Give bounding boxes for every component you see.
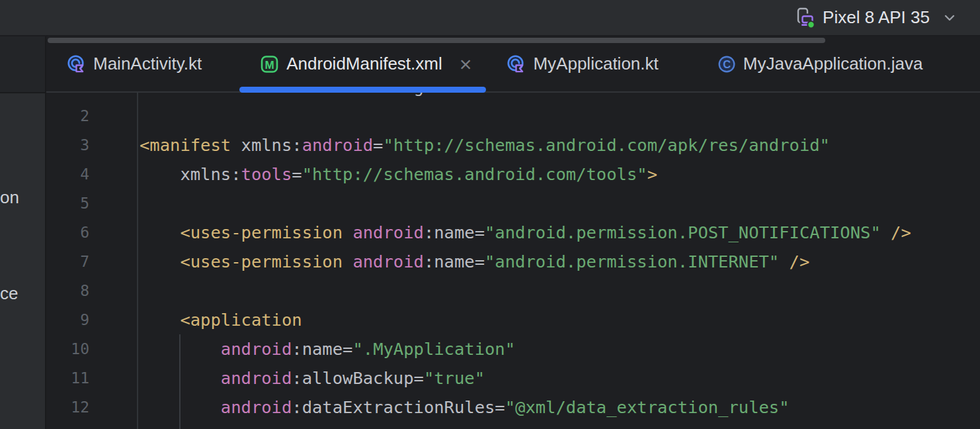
main-toolbar: Pixel 8 API 35 bbox=[0, 0, 980, 36]
code-text: <uses-permission android:name="android.p… bbox=[140, 218, 980, 247]
code-text bbox=[140, 189, 980, 218]
code-text: <?xml version="1.0" encoding="utf-8"?> bbox=[140, 93, 980, 101]
svg-text:C: C bbox=[723, 58, 731, 70]
code-line[interactable]: 13 android:fullBackupContent="@xml/backu… bbox=[46, 422, 980, 429]
kotlin-class-icon bbox=[67, 54, 87, 74]
code-line[interactable]: 8 bbox=[46, 276, 980, 305]
clipped-panel-text: on bbox=[0, 187, 19, 208]
code-scroll-area: 1<?xml version="1.0" encoding="utf-8"?>2… bbox=[46, 93, 980, 429]
svg-text:M: M bbox=[265, 58, 274, 71]
code-text: android:dataExtractionRules="@xml/data_e… bbox=[140, 393, 980, 422]
code-line[interactable]: 4 xmlns:tools="http://schemas.android.co… bbox=[46, 160, 980, 189]
line-number[interactable]: 9 bbox=[46, 305, 89, 334]
tab-close-icon[interactable]: × bbox=[460, 58, 472, 71]
ide-window: Pixel 8 API 35 on ce MainActivity.kt bbox=[0, 0, 980, 429]
line-number[interactable]: 8 bbox=[46, 276, 89, 305]
line-number[interactable]: 1 bbox=[46, 93, 89, 101]
device-selector-label: Pixel 8 API 35 bbox=[823, 7, 930, 28]
line-number[interactable]: 3 bbox=[46, 130, 89, 160]
code-line[interactable]: 7 <uses-permission android:name="android… bbox=[46, 247, 980, 276]
code-text: android:name=".MyApplication" bbox=[140, 334, 980, 363]
tab-label: MainActivity.kt bbox=[93, 54, 202, 74]
code-text: xmlns:tools="http://schemas.android.com/… bbox=[140, 160, 980, 189]
android-manifest-icon: M bbox=[260, 54, 280, 74]
code-line[interactable]: 1<?xml version="1.0" encoding="utf-8"?> bbox=[46, 93, 980, 101]
code-line[interactable]: 10 android:name=".MyApplication" bbox=[46, 334, 980, 363]
editor-tab-bar: MainActivity.kt M AndroidManifest.xml × … bbox=[46, 36, 980, 93]
device-selector-button[interactable]: Pixel 8 API 35 bbox=[794, 7, 958, 29]
line-number[interactable]: 13 bbox=[46, 422, 89, 429]
code-line[interactable]: 9 <application bbox=[46, 305, 980, 334]
tab-mainactivity-kt[interactable]: MainActivity.kt bbox=[46, 36, 239, 91]
indent-guide bbox=[179, 334, 181, 429]
line-number[interactable]: 12 bbox=[46, 393, 89, 422]
code-line[interactable]: 5 bbox=[46, 189, 980, 218]
tab-label: AndroidManifest.xml bbox=[286, 54, 442, 74]
line-number[interactable]: 6 bbox=[46, 218, 89, 247]
line-number[interactable]: 10 bbox=[46, 334, 89, 363]
chevron-down-icon bbox=[942, 10, 958, 26]
tab-myapplication-kt[interactable]: MyApplication.kt bbox=[486, 36, 696, 91]
code-line[interactable]: 3<manifest xmlns:android="http://schemas… bbox=[46, 130, 980, 160]
left-toolwindow-body: on ce bbox=[0, 93, 45, 429]
code-text: <application bbox=[140, 305, 980, 334]
code-text: android:allowBackup="true" bbox=[140, 363, 980, 393]
code-text: android:fullBackupContent="@xml/backup_r… bbox=[140, 422, 980, 429]
active-tab-underline bbox=[239, 87, 486, 93]
java-class-icon: C bbox=[717, 54, 737, 74]
line-number[interactable]: 2 bbox=[46, 101, 89, 130]
kotlin-class-icon bbox=[507, 54, 526, 74]
device-phone-icon bbox=[794, 7, 816, 29]
code-line[interactable]: 2 bbox=[46, 101, 980, 130]
code-editor: 1<?xml version="1.0" encoding="utf-8"?>2… bbox=[46, 93, 980, 429]
code-text: <uses-permission android:name="android.p… bbox=[140, 247, 980, 276]
line-number[interactable]: 5 bbox=[46, 189, 89, 218]
clipped-panel-text: ce bbox=[0, 283, 18, 304]
editor-tabs: MainActivity.kt M AndroidManifest.xml × … bbox=[46, 36, 980, 91]
code-text bbox=[140, 276, 980, 305]
code-text: <manifest xmlns:android="http://schemas.… bbox=[140, 130, 980, 160]
left-toolwindow-strip: on ce bbox=[0, 36, 46, 429]
line-number[interactable]: 7 bbox=[46, 247, 89, 276]
code-text bbox=[140, 101, 980, 130]
tab-label: MyJavaApplication.java bbox=[743, 54, 923, 74]
tab-myjavaapplication-java[interactable]: C MyJavaApplication.java bbox=[696, 36, 961, 91]
code-line[interactable]: 12 android:dataExtractionRules="@xml/dat… bbox=[46, 393, 980, 422]
line-number[interactable]: 4 bbox=[46, 160, 89, 189]
line-number[interactable]: 11 bbox=[46, 363, 89, 393]
code-line[interactable]: 11 android:allowBackup="true" bbox=[46, 363, 980, 393]
tab-label: MyApplication.kt bbox=[533, 54, 658, 74]
code-line[interactable]: 6 <uses-permission android:name="android… bbox=[46, 218, 980, 247]
tab-androidmanifest-xml[interactable]: M AndroidManifest.xml × bbox=[239, 36, 486, 91]
